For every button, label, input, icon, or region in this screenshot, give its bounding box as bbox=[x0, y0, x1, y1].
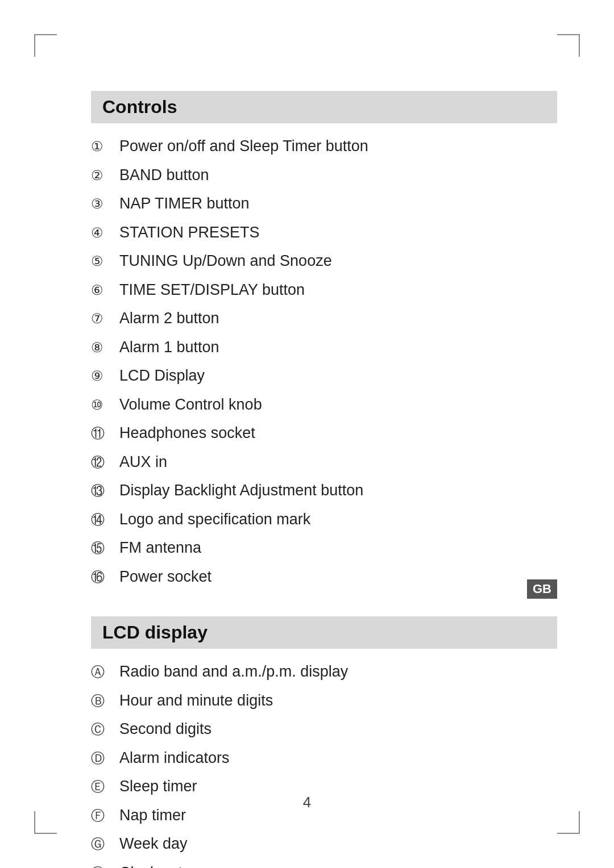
item-number: ⑬ bbox=[91, 481, 119, 501]
item-number: ⑩ bbox=[91, 395, 119, 415]
item-number: ⑯ bbox=[91, 567, 119, 587]
item-text: STATION PRESETS bbox=[119, 221, 260, 244]
content-area: Controls ①Power on/off and Sleep Timer b… bbox=[91, 91, 557, 777]
list-item: ⒻNap timer bbox=[91, 804, 557, 827]
item-text: Alarm indicators bbox=[119, 746, 230, 770]
list-item: ⑨LCD Display bbox=[91, 364, 557, 387]
corner-mark-tl bbox=[34, 34, 57, 57]
controls-section: Controls ①Power on/off and Sleep Timer b… bbox=[91, 91, 557, 588]
corner-mark-tr bbox=[557, 34, 580, 57]
list-item: ⑬Display Backlight Adjustment button bbox=[91, 479, 557, 502]
item-number: ⑦ bbox=[91, 308, 119, 329]
item-number: ⑮ bbox=[91, 538, 119, 558]
item-text: Power on/off and Sleep Timer button bbox=[119, 135, 368, 158]
item-text: LCD Display bbox=[119, 364, 205, 387]
controls-header: Controls bbox=[91, 91, 557, 123]
lcd-section: LCD display ⒶRadio band and a.m./p.m. di… bbox=[91, 616, 557, 868]
list-item: ⑥TIME SET/DISPLAY button bbox=[91, 278, 557, 302]
item-text: Radio band and a.m./p.m. display bbox=[119, 660, 348, 683]
list-item: ⒷHour and minute digits bbox=[91, 689, 557, 712]
list-item: ②BAND button bbox=[91, 164, 557, 187]
list-item: ⑯Power socket bbox=[91, 565, 557, 589]
item-text: Week day bbox=[119, 832, 188, 856]
item-number: ② bbox=[91, 165, 119, 186]
item-number: ⑫ bbox=[91, 452, 119, 473]
gb-badge: GB bbox=[527, 579, 557, 599]
item-text: FM antenna bbox=[119, 536, 201, 560]
item-number: ① bbox=[91, 136, 119, 157]
page-number: 4 bbox=[303, 794, 311, 811]
item-text: BAND button bbox=[119, 164, 209, 187]
list-item: ⑫AUX in bbox=[91, 450, 557, 474]
item-number: ⑭ bbox=[91, 510, 119, 530]
list-item: ⑤TUNING Up/Down and Snooze bbox=[91, 249, 557, 273]
list-item: ⒽClock set bbox=[91, 861, 557, 869]
item-text: Alarm 1 button bbox=[119, 336, 219, 359]
item-number: ⑨ bbox=[91, 366, 119, 386]
item-text: Clock set bbox=[119, 861, 182, 869]
item-number: ⑪ bbox=[91, 423, 119, 444]
item-text: NAP TIMER button bbox=[119, 192, 250, 215]
item-text: TUNING Up/Down and Snooze bbox=[119, 249, 332, 273]
item-text: Volume Control knob bbox=[119, 393, 262, 416]
corner-mark-br bbox=[557, 811, 580, 834]
list-item: ⒼWeek day bbox=[91, 832, 557, 856]
item-text: Display Backlight Adjustment button bbox=[119, 479, 363, 502]
list-item: ⒹAlarm indicators bbox=[91, 746, 557, 770]
item-text: Logo and specification mark bbox=[119, 508, 310, 531]
item-number: ⑤ bbox=[91, 251, 119, 272]
list-item: ④STATION PRESETS bbox=[91, 221, 557, 244]
item-number: ③ bbox=[91, 194, 119, 214]
item-number: Ⓖ bbox=[91, 834, 119, 854]
list-item: ⑧Alarm 1 button bbox=[91, 336, 557, 359]
list-item: ⒶRadio band and a.m./p.m. display bbox=[91, 660, 557, 683]
controls-list: ①Power on/off and Sleep Timer button②BAN… bbox=[91, 135, 557, 588]
item-number: Ⓑ bbox=[91, 691, 119, 711]
item-text: TIME SET/DISPLAY button bbox=[119, 278, 305, 302]
item-number: ⑥ bbox=[91, 280, 119, 301]
list-item: ⒸSecond digits bbox=[91, 717, 557, 741]
item-text: Alarm 2 button bbox=[119, 307, 219, 330]
list-item: ⑩Volume Control knob bbox=[91, 393, 557, 416]
item-text: Power socket bbox=[119, 565, 211, 589]
item-number: Ⓒ bbox=[91, 719, 119, 740]
item-text: Nap timer bbox=[119, 804, 186, 827]
list-item: ⒺSleep timer bbox=[91, 775, 557, 798]
item-number: Ⓗ bbox=[91, 863, 119, 869]
corner-mark-bl bbox=[34, 811, 57, 834]
item-number: Ⓔ bbox=[91, 777, 119, 797]
item-text: Sleep timer bbox=[119, 775, 197, 798]
item-number: Ⓓ bbox=[91, 748, 119, 769]
item-number: ④ bbox=[91, 223, 119, 243]
item-number: Ⓐ bbox=[91, 662, 119, 682]
lcd-header: LCD display bbox=[91, 616, 557, 649]
list-item: ⑮FM antenna bbox=[91, 536, 557, 560]
list-item: ⑪Headphones socket bbox=[91, 422, 557, 445]
list-item: ⑭Logo and specification mark bbox=[91, 508, 557, 531]
item-text: AUX in bbox=[119, 450, 167, 474]
list-item: ⑦Alarm 2 button bbox=[91, 307, 557, 330]
item-text: Second digits bbox=[119, 717, 211, 741]
item-number: Ⓕ bbox=[91, 806, 119, 826]
item-text: Headphones socket bbox=[119, 422, 255, 445]
item-number: ⑧ bbox=[91, 337, 119, 358]
lcd-list: ⒶRadio band and a.m./p.m. displayⒷHour a… bbox=[91, 660, 557, 868]
item-text: Hour and minute digits bbox=[119, 689, 273, 712]
list-item: ①Power on/off and Sleep Timer button bbox=[91, 135, 557, 158]
list-item: ③NAP TIMER button bbox=[91, 192, 557, 215]
